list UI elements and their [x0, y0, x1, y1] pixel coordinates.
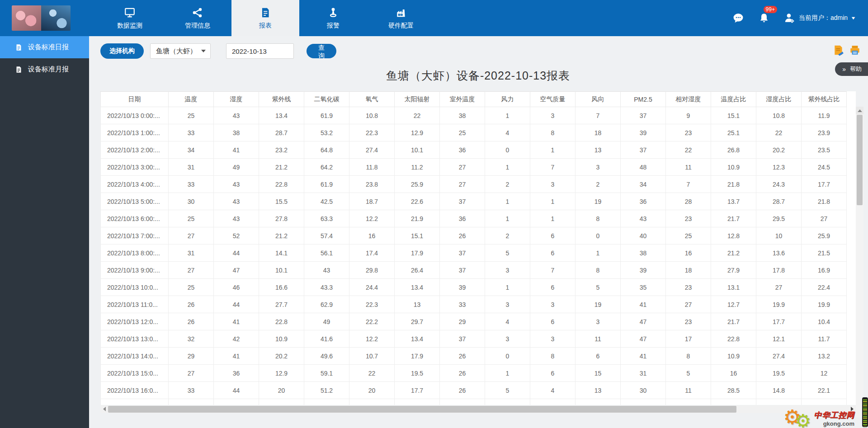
- horizontal-scroll-thumb[interactable]: [108, 406, 736, 413]
- value-cell: 41: [214, 313, 259, 330]
- table-row: 2022/10/13 5:00:...304315.542.518.722.63…: [101, 193, 847, 210]
- value-cell: 3: [530, 296, 576, 313]
- tab-data-monitor[interactable]: 数据监测: [96, 0, 164, 36]
- value-cell: 19: [576, 193, 621, 210]
- value-cell: 21.8: [711, 176, 756, 193]
- table-row: 2022/10/13 6:00:...254327.863.312.221.93…: [101, 210, 847, 227]
- horizontal-scrollbar[interactable]: [100, 405, 856, 413]
- value-cell: 16: [349, 227, 395, 245]
- report-table-area: 日期温度湿度紫外线二氧化碳氧气太阳辐射室外温度风力空气质量风向PM2.5相对湿度…: [100, 91, 863, 413]
- value-cell: 23: [666, 124, 711, 141]
- print-icon[interactable]: [849, 44, 861, 56]
- tab-hardware-config[interactable]: 硬件配置: [367, 0, 435, 36]
- value-cell: 27.9: [711, 262, 756, 279]
- value-cell: 57.4: [304, 227, 349, 245]
- value-cell: [621, 399, 666, 405]
- value-cell: 38: [621, 245, 666, 262]
- value-cell: 11.9: [802, 107, 847, 124]
- column-header: PM2.5: [621, 92, 666, 107]
- value-cell: 26.4: [395, 262, 440, 279]
- value-cell: 4: [485, 124, 530, 141]
- value-cell: 17.4: [349, 245, 395, 262]
- value-cell: 28: [666, 193, 711, 210]
- date-cell: 2022/10/13 12:0...: [101, 313, 169, 330]
- tab-alarm[interactable]: 报警: [299, 0, 367, 36]
- nav-tabs: 数据监测 管理信息 报表: [96, 0, 435, 36]
- value-cell: 29.5: [756, 210, 802, 227]
- value-cell: 64.8: [304, 141, 349, 159]
- value-cell: 36: [621, 193, 666, 210]
- scroll-left-arrow-icon[interactable]: [100, 405, 108, 413]
- value-cell: 33: [169, 176, 214, 193]
- value-cell: 1: [530, 193, 576, 210]
- value-cell: 31: [621, 365, 666, 382]
- value-cell: 22.3: [349, 296, 395, 313]
- value-cell: 19.5: [395, 365, 440, 382]
- tab-management-info[interactable]: 管理信息: [164, 0, 231, 36]
- value-cell: 42.5: [304, 193, 349, 210]
- vertical-scrollbar[interactable]: [856, 107, 863, 418]
- value-cell: 47: [621, 313, 666, 330]
- value-cell: 19: [576, 296, 621, 313]
- user-menu[interactable]: 当前用户：admin ▼: [783, 12, 855, 24]
- value-cell: 47: [621, 330, 666, 348]
- value-cell: 11: [666, 382, 711, 399]
- tab-report[interactable]: 报表: [231, 0, 299, 36]
- date-input[interactable]: [226, 43, 294, 59]
- value-cell: 49: [304, 313, 349, 330]
- value-cell: 29: [169, 348, 214, 365]
- messages-button[interactable]: [732, 12, 745, 24]
- value-cell: 41: [214, 348, 259, 365]
- scroll-up-arrow-icon[interactable]: [856, 107, 863, 114]
- value-cell: 8: [530, 348, 576, 365]
- value-cell: 4: [485, 313, 530, 330]
- export-report-icon[interactable]: [833, 44, 844, 56]
- value-cell: 27: [169, 262, 214, 279]
- value-cell: 30: [621, 382, 666, 399]
- sidebar-item-label: 设备标准日报: [28, 43, 69, 52]
- notifications-button[interactable]: 99+: [758, 12, 770, 24]
- value-cell: 12.2: [349, 330, 395, 348]
- value-cell: 12.2: [349, 210, 395, 227]
- value-cell: 1: [485, 279, 530, 296]
- value-cell: 23.2: [259, 141, 304, 159]
- value-cell: 17.7: [395, 382, 440, 399]
- date-cell: 2022/10/13 2:00:...: [101, 141, 169, 159]
- table-row: 2022/10/13 2:00:...344123.264.827.410.13…: [101, 141, 847, 159]
- value-cell: 7: [666, 176, 711, 193]
- select-org-button[interactable]: 选择机构: [100, 43, 144, 59]
- value-cell: 2: [576, 176, 621, 193]
- value-cell: 10.8: [756, 107, 802, 124]
- value-cell: 16: [711, 365, 756, 382]
- sidebar-item-monthly-report[interactable]: 设备标准月报: [0, 58, 89, 80]
- value-cell: 21.7: [711, 313, 756, 330]
- value-cell: 6: [530, 313, 576, 330]
- alarm-person-icon: [327, 7, 339, 19]
- value-cell: 13.4: [395, 330, 440, 348]
- value-cell: [169, 399, 214, 405]
- org-select[interactable]: 鱼塘（大虾）: [150, 43, 211, 59]
- value-cell: 37: [621, 107, 666, 124]
- value-cell: 22.1: [802, 382, 847, 399]
- table-row: 2022/10/13 0:00:...254313.461.910.822381…: [101, 107, 847, 124]
- value-cell: 13.6: [756, 245, 802, 262]
- value-cell: 17.7: [756, 313, 802, 330]
- value-cell: [576, 399, 621, 405]
- value-cell: 26: [440, 227, 485, 245]
- query-button[interactable]: 查询: [307, 44, 336, 58]
- value-cell: 28.7: [259, 124, 304, 141]
- value-cell: 27: [666, 296, 711, 313]
- vertical-scroll-thumb[interactable]: [857, 115, 863, 205]
- value-cell: 10.8: [349, 107, 395, 124]
- user-gear-icon: [783, 12, 795, 24]
- help-button[interactable]: » 帮助: [835, 62, 868, 76]
- sidebar-item-daily-report[interactable]: 设备标准日报: [0, 36, 89, 58]
- value-cell: 6: [530, 245, 576, 262]
- value-cell: 63.3: [304, 210, 349, 227]
- table-row: 2022/10/13 7:00:...275221.257.41615.1262…: [101, 227, 847, 245]
- value-cell: 38: [440, 107, 485, 124]
- logo-image: [12, 5, 71, 31]
- value-cell: 3: [530, 176, 576, 193]
- value-cell: 43: [304, 262, 349, 279]
- value-cell: 16.9: [802, 262, 847, 279]
